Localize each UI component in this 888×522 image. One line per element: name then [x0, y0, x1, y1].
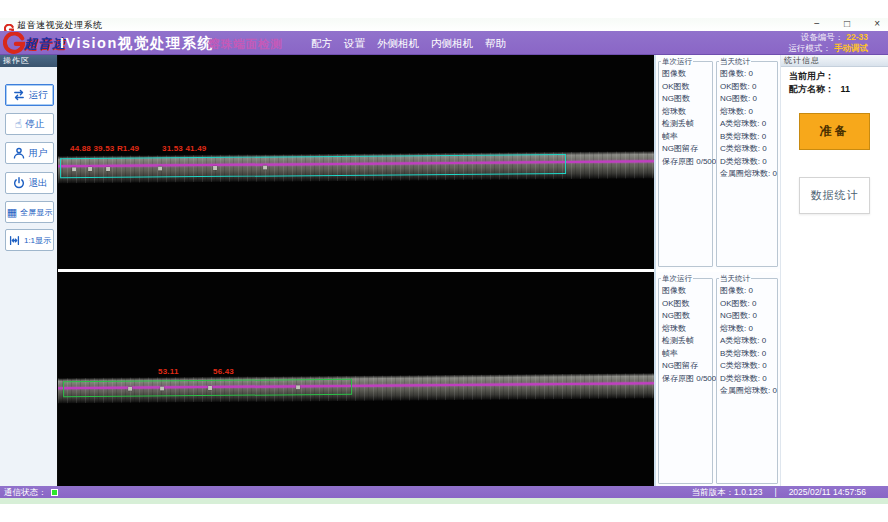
stat-row: NG图数: 0 [720, 93, 777, 106]
today-stats-groupbox: 当天统计 图像数: 0OK图数: 0NG图数: 0熔珠数: 0A类熔珠数: 0B… [716, 61, 778, 267]
single-run-groupbox: 单次运行 图像数OK图数NG图数熔珠数检测丢帧帧率NG图留存保存原图 0/500 [658, 278, 713, 484]
stat-row: NG图数 [662, 93, 712, 106]
groupbox-title: 单次运行 [661, 57, 693, 67]
bead-marker [213, 166, 217, 170]
current-user-row: 当前用户： [789, 70, 838, 83]
menu-item[interactable]: 帮助 [485, 37, 506, 51]
stat-row: 保存原图 0/500 [662, 156, 712, 169]
menu-item[interactable]: 内侧相机 [431, 37, 473, 51]
recipe-name-value: 11 [841, 84, 851, 94]
run-mode-label: 运行模式： [789, 43, 832, 53]
recipe-name-row: 配方名称： 11 [789, 83, 850, 96]
stat-row: D类熔珠数: 0 [720, 156, 777, 169]
groupbox-title: 当天统计 [719, 57, 751, 67]
current-user-label: 当前用户： [789, 71, 834, 81]
fullscreen-button[interactable]: ▦ 全屏显示 [5, 201, 54, 223]
app-icon [4, 20, 14, 30]
stat-row: NG图留存 [662, 360, 712, 373]
bead-marker [158, 166, 162, 170]
stat-row: OK图数 [662, 81, 712, 94]
main-menu: 配方设置外侧相机内侧相机帮助 [311, 37, 506, 51]
comm-status-label: 通信状态： [4, 486, 47, 498]
exit-button[interactable]: 退出 [5, 172, 54, 194]
stat-row: 图像数: 0 [720, 285, 777, 298]
bead-marker [88, 167, 92, 171]
stat-row: NG图数 [662, 310, 712, 323]
today-stats-groupbox: 当天统计 图像数: 0OK图数: 0NG图数: 0熔珠数: 0A类熔珠数: 0B… [716, 278, 778, 484]
comm-status-indicator [51, 489, 58, 496]
data-statistics-button[interactable]: 数据统计 [799, 177, 870, 214]
stat-row: NG图数: 0 [720, 310, 777, 323]
device-number-value: 22-33 [846, 32, 868, 42]
stats-panel-outer: 单次运行 图像数OK图数NG图数熔珠数检测丢帧帧率NG图留存保存原图 0/500… [656, 55, 780, 269]
stat-row: 熔珠数 [662, 106, 712, 119]
measurement-annotation: 53.11 [158, 367, 179, 376]
statusbar-separator: | [774, 486, 776, 498]
user-icon [12, 146, 26, 160]
stat-row: 检测丢帧 [662, 335, 712, 348]
version-text: 当前版本：1.0.123 [692, 486, 763, 498]
menu-item[interactable]: 配方 [311, 37, 332, 51]
outer-strip-group [58, 55, 654, 269]
menu-item[interactable]: 外侧相机 [377, 37, 419, 51]
stat-row: 图像数 [662, 285, 712, 298]
one-to-one-icon [8, 234, 21, 247]
minimize-button[interactable]: − [814, 18, 820, 30]
statistics-info-panel: 统计信息 当前用户： 配方名称： 11 准备 数据统计 [780, 55, 888, 486]
status-bar: 通信状态： 当前版本：1.0.123 | 2025/02/11 14:57:56 [0, 486, 888, 498]
stat-row: 熔珠数: 0 [720, 323, 777, 336]
stat-row: C类熔珠数: 0 [720, 143, 777, 156]
stat-row: C类熔珠数: 0 [720, 360, 777, 373]
window-bottom-edge [0, 498, 888, 504]
stop-button[interactable]: ☝ 停止 [5, 113, 54, 135]
measurement-annotation: 44.88 39.53 R1.49 [70, 144, 139, 153]
bead-marker [296, 385, 300, 389]
user-button[interactable]: 用户 [5, 142, 54, 164]
close-button[interactable]: × [874, 18, 880, 30]
run-button[interactable]: 运行 [5, 84, 54, 106]
hand-icon: ☝ [15, 118, 22, 130]
stat-row: 图像数: 0 [720, 68, 777, 81]
stat-row: A类熔珠数: 0 [720, 118, 777, 131]
bead-marker [208, 386, 212, 390]
stat-row: A类熔珠数: 0 [720, 335, 777, 348]
stat-row: OK图数: 0 [720, 81, 777, 94]
stats-panel-inner: 单次运行 图像数OK图数NG图数熔珠数检测丢帧帧率NG图留存保存原图 0/500… [656, 272, 780, 486]
outer-camera-view: 44.88 39.53 R1.49 31.53 41.49 [58, 55, 654, 269]
prepare-button[interactable]: 准备 [799, 113, 870, 150]
bead-marker [160, 386, 164, 390]
datetime-text: 2025/02/11 14:57:56 [789, 486, 866, 498]
panel-title: 统计信息 [781, 55, 888, 67]
application-window: 超音速视觉处理系统 − □ × 超音速 IVision视觉处理系统 熔珠端面检测… [0, 0, 888, 522]
operation-sidebar: 操作区 运行 ☝ 停止 用户 退出 ▦ 全屏显示 1:1显示 [0, 55, 58, 486]
sidebar-title: 操作区 [0, 55, 57, 67]
fullscreen-grid-icon: ▦ [7, 206, 17, 218]
stat-row: OK图数: 0 [720, 298, 777, 311]
stat-row: 保存原图 0/500 [662, 373, 712, 386]
maximize-button[interactable]: □ [844, 18, 850, 30]
bead-marker [106, 167, 110, 171]
app-title: IVision视觉处理系统 [60, 34, 214, 53]
stat-row: 金属圈熔珠数: 0 [720, 168, 777, 181]
inner-camera-view: 53.11 56.43 [58, 272, 654, 486]
measurement-annotation: 56.43 [213, 367, 234, 376]
stat-row: 帧率 [662, 131, 712, 144]
groupbox-title: 单次运行 [661, 274, 693, 284]
stat-row: 金属圈熔珠数: 0 [720, 385, 777, 398]
measurement-annotation: 31.53 41.49 [162, 144, 206, 153]
groupbox-title: 当天统计 [719, 274, 751, 284]
one-to-one-button[interactable]: 1:1显示 [5, 229, 54, 251]
app-subtitle: 熔珠端面检测 [208, 37, 283, 52]
stat-row: B类熔珠数: 0 [720, 348, 777, 361]
os-titlebar: 超音速视觉处理系统 − □ × [0, 18, 888, 31]
power-icon [12, 176, 26, 190]
bead-marker [128, 387, 132, 391]
menu-item[interactable]: 设置 [344, 37, 365, 51]
device-info: 设备编号：22-33 运行模式：手动调试 [789, 32, 869, 54]
single-run-groupbox: 单次运行 图像数OK图数NG图数熔珠数检测丢帧帧率NG图留存保存原图 0/500 [658, 61, 713, 267]
stat-row: B类熔珠数: 0 [720, 131, 777, 144]
inner-strip-group [58, 272, 654, 486]
app-header: 超音速 IVision视觉处理系统 熔珠端面检测 配方设置外侧相机内侧相机帮助 … [0, 31, 888, 55]
stat-row: NG图留存 [662, 143, 712, 156]
run-arrows-icon [12, 88, 26, 102]
